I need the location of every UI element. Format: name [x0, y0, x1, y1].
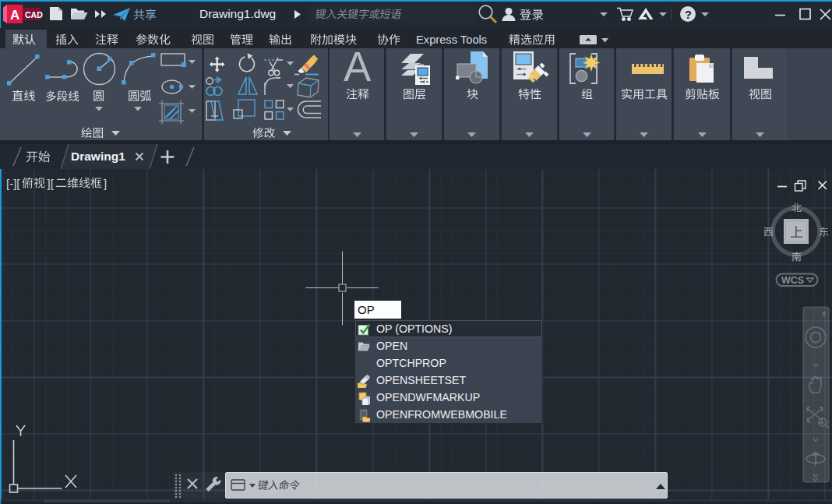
svg-text:WCS: WCS [781, 275, 804, 286]
svg-text:A: A [344, 50, 372, 86]
svg-text:?: ? [685, 9, 692, 21]
svg-text:CAD: CAD [25, 10, 43, 19]
svg-text:A: A [10, 8, 19, 23]
